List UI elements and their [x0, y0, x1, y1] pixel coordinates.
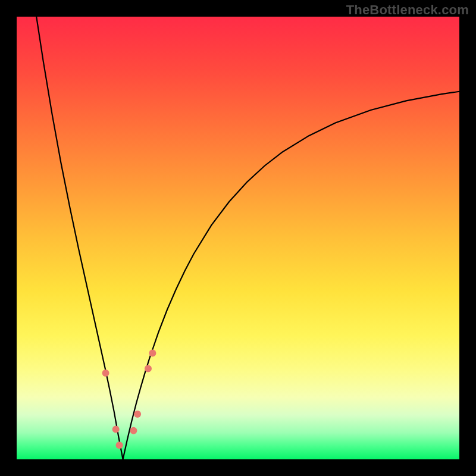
- marker-dot: [116, 441, 123, 449]
- bottleneck-curve: [17, 0, 459, 459]
- marker-dot: [149, 349, 156, 356]
- marker-dot: [134, 411, 141, 418]
- data-markers: [98, 318, 163, 455]
- marker-dot: [102, 369, 109, 377]
- plot-svg: [17, 17, 459, 459]
- chart-frame: TheBottleneck.com: [0, 0, 476, 476]
- marker-dot: [130, 427, 137, 434]
- plot-area: [17, 17, 459, 459]
- marker-dot: [145, 365, 152, 372]
- watermark-text: TheBottleneck.com: [346, 2, 469, 18]
- marker-dot: [112, 425, 120, 433]
